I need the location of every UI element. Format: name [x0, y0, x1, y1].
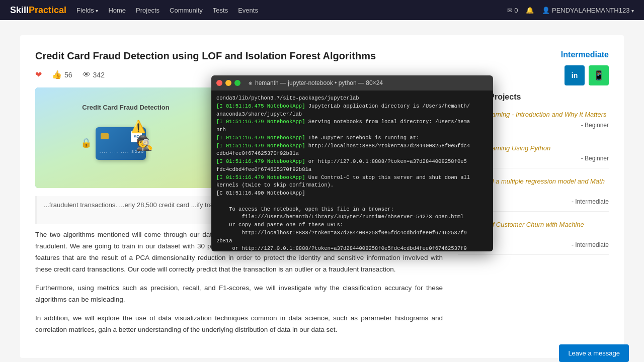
card-image-title: Credit Card Fraud Detection: [82, 104, 169, 111]
thief-icon: 🕵️: [136, 135, 153, 151]
terminal-close-button[interactable]: [216, 80, 222, 86]
main-content: Intermediate in 📱 Credit Card Fraud Dete…: [20, 35, 624, 358]
views-meta: 👁 342: [83, 70, 105, 79]
fields-dropdown-icon: ▾: [96, 8, 98, 14]
article-title: Credit Card Fraud Detection using LOF an…: [35, 50, 609, 62]
user-menu[interactable]: 👤 PENDYALAHEMANTH123 ▾: [542, 7, 634, 14]
jupyter-icon: ⎈: [249, 79, 252, 86]
card-scene-inner: MC .... .... .... 3225 ⚠️ 🕵️ 🔒: [80, 117, 171, 172]
terminal-line: or http://127.0.0.1:8888/?token=a37d2844…: [216, 245, 488, 251]
terminal-line: [I 01:51:16.475 NotebookApp] JupyterLab …: [216, 103, 488, 111]
card-illustration: Credit Card Fraud Detection MC .... ....…: [35, 87, 216, 188]
share-whatsapp-button[interactable]: 📱: [589, 65, 609, 85]
navbar: SkillPractical Fields ▾ Home Projects Co…: [0, 0, 644, 20]
article-paragraph-3: In addition, we will explore the use of …: [35, 313, 443, 336]
terminal-line: nth: [216, 126, 488, 134]
share-buttons: in 📱: [565, 65, 609, 85]
user-dropdown-icon: ▾: [631, 8, 634, 14]
lock-icon: 🔒: [80, 137, 92, 148]
terminal-line: [I 01:51:16.479 NotebookApp] The Jupyter…: [216, 134, 488, 142]
terminal-line: To access the notebook, open this file i…: [216, 206, 488, 214]
terminal-line: fdc4cdbd4fee0f674625370f92b81a: [216, 166, 488, 174]
terminal-line: cdbd4fee0f674625370f92b81a: [216, 150, 488, 158]
card-chip-graphic: [101, 133, 109, 139]
views-count: 342: [93, 71, 105, 79]
article-badge: Intermediate: [561, 50, 609, 59]
terminal-line: kernels (twice to skip confirmation).: [216, 182, 488, 190]
terminal-window: ⎈ hemanth — jupyter-notebook • python — …: [211, 75, 493, 251]
brand-suffix: Practical: [29, 5, 66, 15]
nav-projects[interactable]: Projects: [136, 7, 159, 14]
terminal-title: ⎈ hemanth — jupyter-notebook • python — …: [249, 79, 383, 86]
nav-community[interactable]: Community: [170, 7, 203, 14]
warning-icon: ⚠️: [131, 120, 146, 134]
brand-prefix: Skill: [10, 5, 29, 15]
brand-logo[interactable]: SkillPractical: [10, 5, 66, 16]
heart-meta: ❤: [35, 70, 42, 79]
heart-icon[interactable]: ❤: [35, 70, 42, 79]
terminal-line: conda3/lib/python3.7/site-packages/jupyt…: [216, 95, 488, 103]
terminal-line: [I 01:51:16.479 NotebookApp] http://loca…: [216, 142, 488, 150]
navbar-right: ✉ 0 🔔 👤 PENDYALAHEMANTH123 ▾: [507, 7, 634, 14]
eye-icon: 👁: [83, 70, 91, 79]
terminal-line: anaconda3/share/jupyter/lab: [216, 111, 488, 119]
leave-message-button[interactable]: Leave a message: [559, 344, 629, 362]
terminal-line: [216, 198, 488, 206]
bell-icon[interactable]: 🔔: [526, 7, 534, 14]
nav-fields[interactable]: Fields ▾: [76, 7, 98, 14]
navbar-left: SkillPractical Fields ▾ Home Projects Co…: [10, 5, 258, 16]
terminal-minimize-button[interactable]: [225, 80, 231, 86]
notification-icon[interactable]: ✉ 0: [507, 7, 518, 14]
terminal-titlebar: ⎈ hemanth — jupyter-notebook • python — …: [211, 75, 493, 90]
terminal-line: [I 01:51:16.479 NotebookApp] Use Control…: [216, 174, 488, 182]
share-linkedin-button[interactable]: in: [565, 65, 585, 85]
terminal-line: [I 01:51:16.479 NotebookApp] or http://1…: [216, 158, 488, 166]
terminal-line: Or copy and paste one of these URLs:: [216, 221, 488, 229]
nav-tests[interactable]: Tests: [213, 7, 228, 14]
terminal-line: [I 01:51:16.479 NotebookApp] Serving not…: [216, 118, 488, 126]
likes-meta: 👍 56: [52, 70, 72, 79]
terminal-body[interactable]: conda3/lib/python3.7/site-packages/jupyt…: [211, 90, 493, 251]
thumbs-up-icon[interactable]: 👍: [52, 70, 62, 79]
terminal-maximize-button[interactable]: [234, 80, 240, 86]
article-image: Credit Card Fraud Detection MC .... ....…: [35, 87, 216, 188]
nav-home[interactable]: Home: [108, 7, 126, 14]
article-paragraph-2: Furthermore, using metrics such as preci…: [35, 283, 443, 306]
terminal-line: 2b81a: [216, 237, 488, 245]
terminal-line: [C 01:51:16.490 NotebookApp]: [216, 190, 488, 198]
terminal-line: http://localhost:8888/?token=a37d2844008…: [216, 229, 488, 237]
nav-events[interactable]: Events: [238, 7, 258, 14]
likes-count: 56: [64, 71, 72, 79]
terminal-line: file:///Users/hemanth/Library/Jupyter/ru…: [216, 213, 488, 221]
